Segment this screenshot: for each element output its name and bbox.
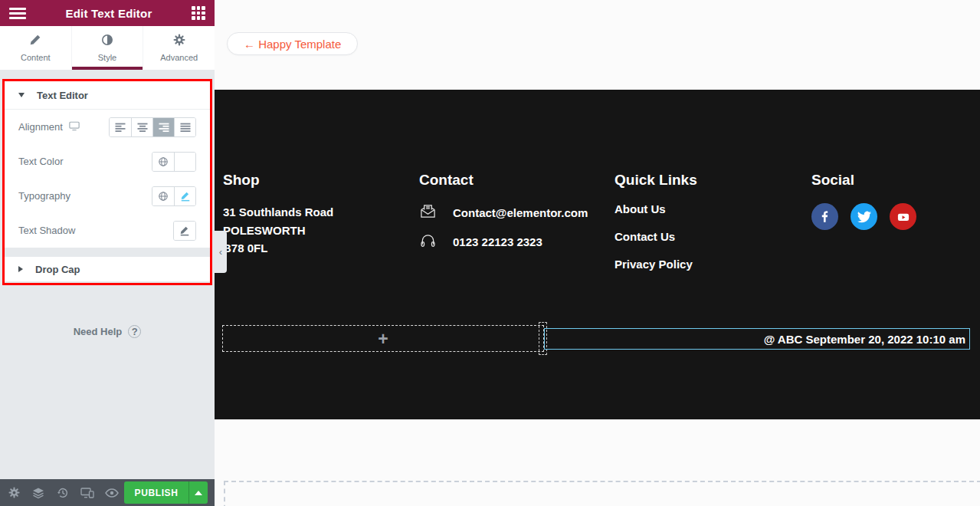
tab-content[interactable]: Content (0, 26, 72, 70)
contact-phone-row: 0123 22123 2323 (419, 232, 615, 251)
elementor-panel: Edit Text Editor Content Style (0, 0, 215, 506)
tab-style-label: Style (98, 53, 116, 62)
text-shadow-label: Text Shadow (18, 225, 75, 236)
question-icon: ? (128, 325, 141, 338)
alignment-button-group (109, 117, 196, 137)
address-line: POLESWORTH (223, 222, 419, 240)
panel-tabs: Content Style A (0, 26, 215, 70)
control-text-color: Text Color (5, 144, 210, 179)
menu-icon[interactable] (9, 8, 26, 19)
text-shadow-button-group (173, 221, 196, 241)
contact-email-row: Contact@elementor.com (419, 203, 615, 222)
contact-heading: Contact (419, 172, 615, 187)
tab-advanced[interactable]: Advanced (143, 26, 215, 70)
happy-template-back-button[interactable]: ← Happy Template (227, 32, 358, 55)
responsive-devices-icon[interactable] (75, 479, 100, 506)
headphones-icon (419, 232, 437, 251)
next-section-placeholder[interactable] (224, 481, 980, 506)
text-color-label: Text Color (18, 156, 64, 167)
section-drop-cap-title: Drop Cap (35, 264, 80, 275)
text-shadow-edit-pencil-icon[interactable] (174, 222, 195, 240)
footer-column-quick-links: Quick Links About Us Contact Us Privacy … (615, 172, 811, 286)
typography-label: Typography (18, 190, 70, 202)
publish-split-button: PUBLISH (124, 481, 208, 504)
caret-down-icon (18, 93, 25, 97)
address-line: B78 0FL (223, 239, 419, 258)
tab-content-label: Content (21, 53, 51, 62)
history-icon[interactable] (51, 479, 75, 506)
plus-icon: + (378, 331, 388, 347)
align-left-button[interactable] (110, 118, 131, 136)
align-right-button[interactable] (152, 118, 174, 136)
color-swatch-button[interactable] (174, 153, 195, 171)
footer-section[interactable]: Shop 31 Southlands Road POLESWORTH B78 0… (215, 90, 980, 419)
footer-column-social: Social (811, 172, 969, 286)
text-editor-widget-content: @ ABC September 20, 2022 10:10 am (764, 333, 965, 346)
alignment-label: Alignment (18, 121, 63, 133)
link-privacy-policy[interactable]: Privacy Policy (615, 258, 811, 270)
widgets-grid-icon[interactable] (192, 6, 205, 20)
settings-gear-icon[interactable] (2, 479, 26, 506)
preview-eye-icon[interactable] (100, 479, 124, 506)
social-heading: Social (811, 172, 969, 187)
shop-heading: Shop (223, 172, 419, 187)
align-justify-button[interactable] (174, 118, 195, 136)
need-help-label: Need Help (74, 326, 123, 337)
envelope-icon (419, 203, 437, 222)
add-widget-area[interactable]: + (222, 325, 544, 352)
need-help-link[interactable]: Need Help ? (0, 325, 215, 338)
twitter-icon[interactable] (851, 203, 877, 230)
pencil-icon (29, 34, 41, 49)
contact-email[interactable]: Contact@elementor.com (453, 206, 588, 219)
facebook-icon[interactable] (811, 203, 838, 230)
panel-header: Edit Text Editor (0, 0, 215, 26)
contact-phone[interactable]: 0123 22123 2323 (453, 235, 542, 248)
section-text-editor-title: Text Editor (37, 90, 88, 101)
typography-edit-pencil-icon[interactable] (174, 187, 195, 205)
contrast-icon (101, 34, 113, 49)
text-color-button-group (152, 152, 196, 172)
highlight-annotation-box: Text Editor Alignment (2, 79, 212, 285)
panel-collapse-handle[interactable]: ‹ (215, 231, 227, 273)
link-contact-us[interactable]: Contact Us (615, 231, 811, 242)
caret-right-icon (18, 266, 23, 272)
control-typography: Typography (5, 179, 210, 213)
tab-advanced-label: Advanced (160, 53, 198, 62)
address-line: 31 Southlands Road (223, 203, 419, 222)
globe-icon[interactable] (152, 187, 174, 205)
control-alignment: Alignment (5, 110, 210, 144)
gear-icon (173, 34, 185, 49)
publish-options-arrow[interactable] (188, 481, 208, 504)
align-center-button[interactable] (131, 118, 152, 136)
section-text-editor[interactable]: Text Editor (5, 81, 210, 110)
publish-button[interactable]: PUBLISH (124, 481, 188, 504)
panel-footer-toolbar: PUBLISH (0, 479, 215, 506)
navigator-layers-icon[interactable] (26, 479, 51, 506)
globe-icon[interactable] (152, 153, 174, 171)
desktop-icon[interactable] (69, 121, 80, 133)
arrow-up-icon (195, 491, 202, 495)
control-text-shadow: Text Shadow (5, 213, 210, 248)
editor-canvas: ← Happy Template Shop 31 Southlands Road… (215, 0, 980, 506)
typography-button-group (152, 186, 196, 206)
chevron-left-icon: ‹ (219, 246, 222, 258)
section-drop-cap[interactable]: Drop Cap (5, 257, 210, 281)
selected-text-editor-widget[interactable]: @ ABC September 20, 2022 10:10 am (544, 328, 970, 350)
footer-columns: Shop 31 Southlands Road POLESWORTH B78 0… (223, 172, 969, 286)
footer-column-shop: Shop 31 Southlands Road POLESWORTH B78 0… (223, 172, 419, 286)
panel-title: Edit Text Editor (66, 7, 152, 20)
tab-style[interactable]: Style (72, 26, 144, 70)
section-divider (5, 248, 210, 257)
link-about-us[interactable]: About Us (615, 203, 811, 215)
footer-column-contact: Contact Contact@elementor.com 0123 22123… (419, 172, 615, 286)
youtube-icon[interactable] (890, 203, 916, 230)
quick-links-heading: Quick Links (615, 172, 811, 187)
